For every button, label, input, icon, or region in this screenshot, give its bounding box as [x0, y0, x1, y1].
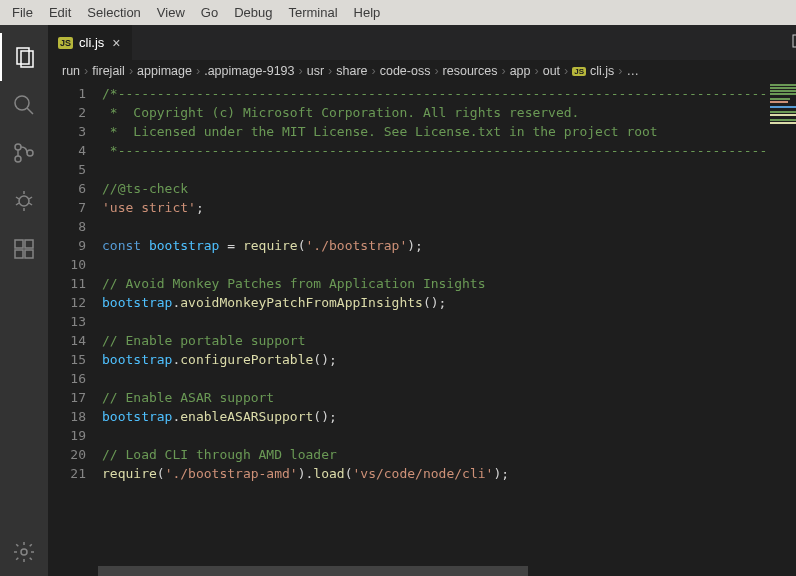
- js-badge-icon: JS: [58, 37, 73, 49]
- chevron-right-icon: ›: [501, 64, 505, 78]
- main: JS cli.js × run›firejail›appimage›.appim…: [0, 25, 796, 576]
- chevron-right-icon: ›: [535, 64, 539, 78]
- tab-label: cli.js: [79, 35, 104, 50]
- svg-point-5: [15, 156, 21, 162]
- breadcrumb-segment[interactable]: resources: [443, 64, 498, 78]
- line-number: 3: [48, 122, 86, 141]
- breadcrumb-segment[interactable]: appimage: [137, 64, 192, 78]
- line-number: 1: [48, 84, 86, 103]
- svg-line-10: [16, 197, 19, 199]
- line-number: 8: [48, 217, 86, 236]
- svg-rect-16: [25, 250, 33, 258]
- tab-cli-js[interactable]: JS cli.js ×: [48, 25, 133, 60]
- chevron-right-icon: ›: [372, 64, 376, 78]
- breadcrumb-segment[interactable]: code-oss: [380, 64, 431, 78]
- chevron-right-icon: ›: [618, 64, 622, 78]
- horizontal-scrollbar[interactable]: [98, 566, 528, 576]
- menu-selection[interactable]: Selection: [79, 1, 148, 24]
- svg-rect-15: [15, 250, 23, 258]
- menu-go[interactable]: Go: [193, 1, 226, 24]
- line-number: 17: [48, 388, 86, 407]
- activity-bar: [0, 25, 48, 576]
- scm-icon[interactable]: [0, 129, 48, 177]
- line-number: 21: [48, 464, 86, 483]
- explorer-icon[interactable]: [0, 33, 48, 81]
- js-badge-icon: JS: [572, 67, 586, 76]
- line-number: 4: [48, 141, 86, 160]
- chevron-right-icon: ›: [564, 64, 568, 78]
- line-number: 6: [48, 179, 86, 198]
- chevron-right-icon: ›: [434, 64, 438, 78]
- menu-help[interactable]: Help: [346, 1, 389, 24]
- svg-line-3: [27, 108, 33, 114]
- breadcrumb-segment[interactable]: run: [62, 64, 80, 78]
- chevron-right-icon: ›: [328, 64, 332, 78]
- svg-line-13: [29, 203, 32, 205]
- svg-point-2: [15, 96, 29, 110]
- line-number: 7: [48, 198, 86, 217]
- menu-edit[interactable]: Edit: [41, 1, 79, 24]
- extensions-icon[interactable]: [0, 225, 48, 273]
- svg-rect-14: [15, 240, 23, 248]
- tab-actions: [782, 25, 796, 60]
- tab-bar: JS cli.js ×: [48, 25, 796, 60]
- breadcrumb-segment[interactable]: .appimage-9193: [204, 64, 294, 78]
- svg-line-12: [16, 203, 19, 205]
- chevron-right-icon: ›: [129, 64, 133, 78]
- svg-point-4: [15, 144, 21, 150]
- line-number: 13: [48, 312, 86, 331]
- svg-point-7: [19, 196, 29, 206]
- line-number: 11: [48, 274, 86, 293]
- breadcrumb-segment[interactable]: share: [336, 64, 367, 78]
- search-icon[interactable]: [0, 81, 48, 129]
- breadcrumb-segment[interactable]: firejail: [92, 64, 125, 78]
- breadcrumb[interactable]: run›firejail›appimage›.appimage-9193›usr…: [48, 60, 796, 82]
- svg-rect-17: [25, 240, 33, 248]
- line-number: 5: [48, 160, 86, 179]
- line-number: 15: [48, 350, 86, 369]
- close-icon[interactable]: ×: [110, 35, 122, 51]
- gear-icon[interactable]: [0, 528, 48, 576]
- line-number: 12: [48, 293, 86, 312]
- split-editor-icon[interactable]: [792, 33, 796, 52]
- line-number: 18: [48, 407, 86, 426]
- chevron-right-icon: ›: [84, 64, 88, 78]
- menu-file[interactable]: File: [4, 1, 41, 24]
- chevron-right-icon: ›: [196, 64, 200, 78]
- code-content[interactable]: /*--------------------------------------…: [98, 82, 796, 576]
- line-number: 2: [48, 103, 86, 122]
- line-gutter: 123456789101112131415161718192021: [48, 82, 98, 576]
- menu-view[interactable]: View: [149, 1, 193, 24]
- debug-icon[interactable]: [0, 177, 48, 225]
- chevron-right-icon: ›: [299, 64, 303, 78]
- line-number: 10: [48, 255, 86, 274]
- svg-line-11: [29, 197, 32, 199]
- line-number: 20: [48, 445, 86, 464]
- svg-point-6: [27, 150, 33, 156]
- line-number: 19: [48, 426, 86, 445]
- line-number: 14: [48, 331, 86, 350]
- svg-rect-19: [793, 35, 796, 47]
- breadcrumb-overflow[interactable]: …: [627, 64, 640, 78]
- breadcrumb-segment[interactable]: app: [510, 64, 531, 78]
- breadcrumb-segment[interactable]: out: [543, 64, 560, 78]
- line-number: 9: [48, 236, 86, 255]
- menubar: FileEditSelectionViewGoDebugTerminalHelp: [0, 0, 796, 25]
- line-number: 16: [48, 369, 86, 388]
- editor-area: JS cli.js × run›firejail›appimage›.appim…: [48, 25, 796, 576]
- editor-body[interactable]: 123456789101112131415161718192021 /*----…: [48, 82, 796, 576]
- breadcrumb-segment[interactable]: usr: [307, 64, 324, 78]
- menu-debug[interactable]: Debug: [226, 1, 280, 24]
- svg-point-18: [21, 549, 27, 555]
- breadcrumb-file[interactable]: cli.js: [590, 64, 614, 78]
- menu-terminal[interactable]: Terminal: [280, 1, 345, 24]
